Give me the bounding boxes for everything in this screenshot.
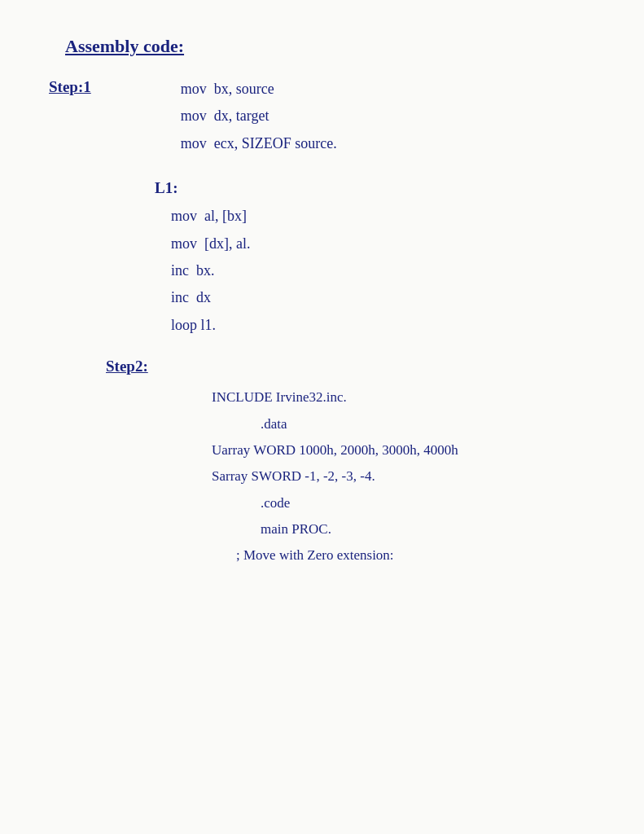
loop-label: L1: (155, 177, 595, 200)
step2-line-3: Uarray WORD 1000h, 2000h, 3000h, 4000h (212, 437, 595, 463)
step2-line-7: ; Move with Zero extension: (236, 542, 595, 568)
step2-line-4: Sarray SWORD -1, -2, -3, -4. (212, 463, 595, 489)
step2-code: INCLUDE Irvine32.inc. .data Uarray WORD … (212, 384, 595, 568)
step2-line-1: INCLUDE Irvine32.inc. (212, 384, 595, 410)
loop-lines: mov al, [bx] mov [dx], al. inc bx. inc d… (171, 203, 595, 338)
step2-section: Step2: INCLUDE Irvine32.inc. .data Uarra… (49, 355, 595, 569)
loop-line-3: inc bx. (171, 257, 595, 284)
loop-line-5: loop l1. (171, 312, 595, 339)
step2-label: Step2: (106, 355, 148, 379)
step1-section: Step:1 mov bx, source mov dx, target mov… (49, 76, 595, 157)
step2-line-6: main PROC. (261, 516, 595, 542)
step1-row: Step:1 mov bx, source mov dx, target mov… (49, 76, 595, 157)
step2-line-5: .code (261, 490, 595, 516)
step1-label: Step:1 (49, 76, 91, 99)
loop-line-1: mov al, [bx] (171, 203, 595, 230)
page-title: Assembly code: (65, 33, 595, 59)
step1-line-3: mov ecx, SIZEOF source. (181, 130, 337, 157)
step1-code: mov bx, source mov dx, target mov ecx, S… (181, 76, 337, 157)
loop-line-4: inc dx (171, 284, 595, 311)
step1-line-1: mov bx, source (181, 76, 337, 103)
step1-line-2: mov dx, target (181, 103, 337, 129)
loop-section: L1: mov al, [bx] mov [dx], al. inc bx. i… (155, 177, 595, 339)
loop-line-2: mov [dx], al. (171, 230, 595, 257)
step2-line-2: .data (261, 411, 595, 437)
page-content: Assembly code: Step:1 mov bx, source mov… (0, 0, 644, 834)
